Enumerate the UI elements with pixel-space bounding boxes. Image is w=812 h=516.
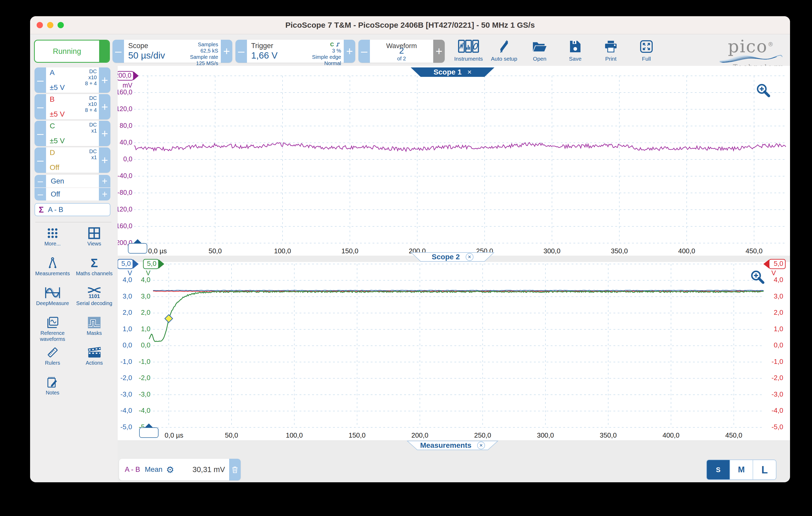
channel-a-increase-button[interactable]: + <box>99 67 110 93</box>
gen-increase-button[interactable]: + <box>99 175 110 187</box>
channel-b-decrease-button[interactable]: – <box>34 94 46 119</box>
channel-c-decrease-button[interactable]: – <box>34 121 46 146</box>
maths-channel-field[interactable]: Σ A - B <box>34 203 110 216</box>
scope-plots-canvas[interactable]: 160,0120,080,040,00,0-40,0-80,0-120,0-16… <box>118 66 790 482</box>
svg-text:4,0: 4,0 <box>774 276 783 284</box>
svg-text:-2,0: -2,0 <box>772 374 783 382</box>
rulers-button[interactable]: Rulers <box>32 346 74 376</box>
waveform-indicator[interactable]: Waveform 2 of 2 <box>370 40 433 63</box>
notes-button[interactable]: Notes <box>32 376 74 406</box>
svg-text:3,0: 3,0 <box>774 292 783 300</box>
trigger-time-box[interactable] <box>139 428 158 437</box>
reference-waveforms-button[interactable]: Reference waveforms <box>32 316 74 346</box>
toolbar-icon-buttons: Instruments Auto setup Open <box>451 39 664 64</box>
scope-views: 160,0120,080,040,00,0-40,0-80,0-120,0-16… <box>118 66 790 482</box>
channel-c-increase-button[interactable]: + <box>99 121 110 146</box>
channel-b-settings[interactable]: BDCx108 + 4±5 V <box>46 94 99 119</box>
channel-a-settings[interactable]: ADCx108 + 4±5 V <box>46 67 99 93</box>
notes-icon <box>47 376 58 388</box>
svg-text:450,0: 450,0 <box>725 431 742 439</box>
more-button[interactable]: More... <box>32 227 74 257</box>
running-button[interactable]: Running <box>34 40 110 63</box>
measurements-button[interactable]: Measurements <box>32 257 74 287</box>
gear-icon[interactable]: ⚙ <box>166 464 174 475</box>
deepmeasure-icon <box>45 287 61 299</box>
trigger-time-box[interactable] <box>128 243 147 253</box>
trigger-increase-button[interactable]: + <box>344 40 355 63</box>
tab-scope2[interactable]: Scope 2× <box>411 252 494 262</box>
save-button[interactable]: Save <box>557 39 593 64</box>
save-icon <box>570 39 581 54</box>
gen-off-decrease-button[interactable]: – <box>34 188 46 201</box>
svg-text:5,0: 5,0 <box>774 260 783 267</box>
gen-state[interactable]: Off <box>46 188 99 201</box>
svg-text:-2,0: -2,0 <box>139 374 150 382</box>
running-indicator <box>99 40 109 62</box>
open-button[interactable]: Open <box>522 39 557 64</box>
channel-list: –ADCx108 + 4±5 V+–BDCx108 + 4±5 V+–CDCx1… <box>30 67 118 173</box>
timebase-value: 50 µs/div <box>128 50 165 61</box>
svg-text:2,0: 2,0 <box>123 308 132 316</box>
delete-measurement-button[interactable] <box>229 459 241 481</box>
svg-text:-5,0: -5,0 <box>120 423 132 431</box>
waveform-previous-button[interactable]: – <box>358 40 370 63</box>
full-screen-button[interactable]: Full <box>629 39 664 64</box>
scope1-plot-area[interactable] <box>118 66 790 256</box>
close-scope2-icon[interactable]: × <box>466 253 473 261</box>
channel-d-decrease-button[interactable]: – <box>34 147 46 173</box>
svg-text:-3,0: -3,0 <box>120 390 132 398</box>
trigger-label: Trigger <box>251 42 273 50</box>
scope2-plot-area[interactable] <box>118 262 790 440</box>
channel-c-row[interactable]: –CDCx1±5 V+ <box>34 121 110 146</box>
gen-off-increase-button[interactable]: + <box>99 188 110 201</box>
print-button[interactable]: Print <box>593 39 629 64</box>
channel-b-increase-button[interactable]: + <box>99 94 110 119</box>
maths-expression: A - B <box>48 206 63 214</box>
channel-a-row[interactable]: –ADCx108 + 4±5 V+ <box>34 67 110 93</box>
channel-d-row[interactable]: –DDCx1Off+ <box>34 147 110 173</box>
svg-text:-1,0: -1,0 <box>120 358 132 365</box>
waveform-next-button[interactable]: + <box>433 40 445 63</box>
actions-button[interactable]: Actions <box>74 346 115 376</box>
gen-label[interactable]: Gen <box>46 175 99 187</box>
generator-state-row: – Off + <box>34 188 110 201</box>
svg-text:-120,0: -120,0 <box>118 206 133 213</box>
scope-increase-button[interactable]: + <box>221 40 232 63</box>
maths-channels-button[interactable]: Σ Maths channels <box>74 257 115 287</box>
rising-edge-icon <box>336 42 341 47</box>
svg-text:40,0: 40,0 <box>120 139 133 146</box>
trigger-settings[interactable]: Trigger 1,66 V C 3 % Simple edge Normal <box>247 40 344 63</box>
serial-decoding-button[interactable]: 1101 Serial decoding <box>74 287 115 316</box>
masks-button[interactable]: Masks <box>74 316 115 346</box>
channel-d-increase-button[interactable]: + <box>99 147 110 173</box>
svg-text:3,0: 3,0 <box>123 292 132 300</box>
channel-b-row[interactable]: –BDCx108 + 4±5 V+ <box>34 94 110 119</box>
measurement-row[interactable]: A - B Mean ⚙ 30,31 mV <box>119 459 241 481</box>
scope-decrease-button[interactable]: – <box>113 40 124 63</box>
svg-text:-2,0: -2,0 <box>120 374 132 382</box>
tab-scope1[interactable]: Scope 1× <box>411 67 494 77</box>
close-measurements-icon[interactable]: × <box>477 442 485 449</box>
close-scope1-icon[interactable]: × <box>467 68 472 76</box>
views-button[interactable]: Views <box>74 227 115 257</box>
trigger-decrease-button[interactable]: – <box>235 40 247 63</box>
gen-decrease-button[interactable]: – <box>34 175 46 187</box>
svg-text:-4,0: -4,0 <box>139 406 150 414</box>
auto-setup-button[interactable]: Auto setup <box>486 39 522 64</box>
scope-settings[interactable]: Scope 50 µs/div Samples 62,5 kS Sample r… <box>124 40 221 63</box>
open-folder-icon <box>532 39 547 54</box>
channel-c-settings[interactable]: CDCx1±5 V <box>46 121 99 146</box>
size-small-button[interactable]: S <box>707 460 730 479</box>
svg-text:-80,0: -80,0 <box>118 189 133 196</box>
channel-letter: D <box>50 149 55 157</box>
deepmeasure-button[interactable]: DeepMeasure <box>32 287 74 316</box>
svg-text:0,0 µs: 0,0 µs <box>165 431 183 439</box>
instruments-button[interactable]: Instruments <box>451 39 486 64</box>
trigger-channel: C <box>330 41 334 47</box>
size-medium-button[interactable]: M <box>730 460 753 479</box>
size-large-button[interactable]: L <box>753 460 776 479</box>
channel-a-decrease-button[interactable]: – <box>34 67 46 93</box>
tab-measurements[interactable]: Measurements× <box>407 441 498 450</box>
channel-d-settings[interactable]: DDCx1Off <box>46 147 99 173</box>
svg-text:150,0: 150,0 <box>348 431 366 439</box>
